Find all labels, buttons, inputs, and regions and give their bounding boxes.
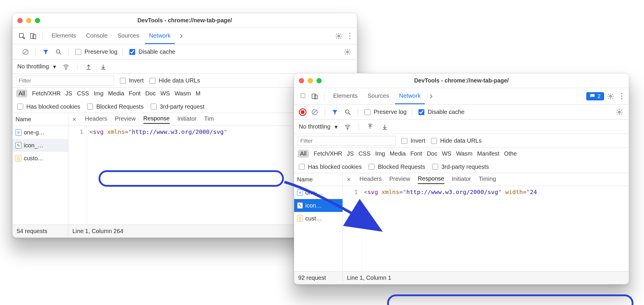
kebab-menu-icon[interactable]: ⋮ bbox=[617, 92, 626, 101]
disable-cache-checkbox[interactable]: Disable cache bbox=[128, 48, 175, 56]
tab-elements[interactable]: Elements bbox=[48, 28, 80, 44]
type-css[interactable]: CSS bbox=[77, 90, 89, 97]
search-icon[interactable] bbox=[54, 47, 63, 57]
request-row[interactable]: {} custo… bbox=[13, 152, 68, 165]
type-css[interactable]: CSS bbox=[358, 150, 370, 157]
close-detail-icon[interactable]: × bbox=[72, 116, 76, 123]
request-row[interactable]: ≡ one-… bbox=[294, 186, 343, 199]
tab-response[interactable]: Response bbox=[143, 115, 170, 124]
name-header[interactable]: Name bbox=[294, 173, 343, 186]
invert-checkbox[interactable]: Invert bbox=[400, 137, 425, 145]
invert-checkbox[interactable]: Invert bbox=[119, 77, 144, 85]
kebab-menu-icon[interactable]: ⋮ bbox=[345, 31, 355, 41]
device-toolbar-icon[interactable] bbox=[28, 31, 38, 41]
minimize-window[interactable] bbox=[26, 18, 31, 23]
tab-preview[interactable]: Preview bbox=[115, 115, 135, 123]
type-wasm[interactable]: Wasm bbox=[174, 90, 191, 97]
type-js[interactable]: JS bbox=[347, 150, 354, 157]
minimize-window[interactable] bbox=[308, 78, 313, 83]
disable-cache-checkbox[interactable]: Disable cache bbox=[417, 108, 465, 116]
request-row[interactable]: ✎ icon… bbox=[294, 199, 343, 212]
hide-data-urls-checkbox[interactable]: Hide data URLs bbox=[430, 137, 482, 145]
tab-initiator[interactable]: Initiator bbox=[177, 115, 197, 123]
wifi-icon[interactable] bbox=[61, 62, 71, 71]
close-detail-icon[interactable]: × bbox=[347, 176, 351, 183]
type-all[interactable]: All bbox=[16, 90, 27, 97]
settings-icon[interactable] bbox=[334, 31, 343, 41]
device-toolbar-icon[interactable] bbox=[310, 92, 319, 101]
throttling-select[interactable]: No throttling ▾ bbox=[17, 63, 56, 70]
download-icon[interactable] bbox=[99, 62, 108, 71]
type-wasm[interactable]: Wasm bbox=[456, 150, 472, 157]
filter-icon[interactable] bbox=[330, 107, 340, 117]
type-doc[interactable]: Doc bbox=[145, 90, 156, 97]
request-row[interactable]: ≡ one-g… bbox=[13, 126, 68, 139]
close-window[interactable] bbox=[17, 18, 23, 23]
tab-network[interactable]: Network bbox=[395, 88, 425, 104]
third-party-checkbox[interactable]: 3rd-party request bbox=[150, 103, 204, 110]
maximize-window[interactable] bbox=[316, 78, 322, 83]
filter-input[interactable] bbox=[16, 76, 114, 86]
name-header[interactable]: Name bbox=[13, 113, 68, 126]
tab-sources[interactable]: Sources bbox=[113, 28, 143, 44]
type-font[interactable]: Font bbox=[129, 90, 140, 97]
tab-timing[interactable]: Timing bbox=[479, 176, 496, 183]
search-icon[interactable] bbox=[343, 107, 352, 117]
issues-button[interactable]: 2 bbox=[586, 92, 604, 100]
settings-icon[interactable] bbox=[606, 92, 615, 101]
preserve-log-checkbox[interactable]: Preserve log bbox=[363, 108, 406, 116]
tab-network[interactable]: Network bbox=[145, 28, 174, 44]
maximize-window[interactable] bbox=[35, 18, 40, 23]
filter-input[interactable] bbox=[298, 136, 396, 146]
tab-headers[interactable]: Headers bbox=[85, 115, 107, 123]
tab-initiator[interactable]: Initiator bbox=[452, 176, 471, 183]
type-ws[interactable]: WS bbox=[160, 90, 170, 97]
type-other[interactable]: Othe bbox=[504, 150, 517, 157]
inspect-element-icon[interactable] bbox=[17, 31, 27, 41]
type-fetchxhr[interactable]: Fetch/XHR bbox=[32, 90, 61, 97]
type-doc[interactable]: Doc bbox=[427, 150, 437, 157]
tab-console[interactable]: Console bbox=[82, 28, 111, 44]
tab-preview[interactable]: Preview bbox=[389, 176, 410, 183]
tab-timing[interactable]: Tim bbox=[204, 115, 214, 123]
has-blocked-cookies-checkbox[interactable]: Has blocked cookies bbox=[298, 163, 362, 171]
type-font[interactable]: Font bbox=[410, 150, 422, 157]
download-icon[interactable] bbox=[380, 122, 389, 132]
blocked-requests-checkbox[interactable]: Blocked Requests bbox=[367, 163, 425, 171]
clear-icon[interactable] bbox=[310, 107, 319, 117]
request-row[interactable]: {} cust… bbox=[294, 212, 343, 225]
tab-sources[interactable]: Sources bbox=[363, 88, 393, 104]
type-ws[interactable]: WS bbox=[442, 150, 451, 157]
type-all[interactable]: All bbox=[298, 150, 309, 158]
type-manifest[interactable]: Manifest bbox=[477, 150, 499, 157]
record-button[interactable] bbox=[299, 108, 306, 116]
tab-response[interactable]: Response bbox=[418, 175, 444, 184]
network-settings-icon[interactable] bbox=[615, 107, 624, 117]
type-media[interactable]: Media bbox=[108, 90, 124, 97]
preserve-log-checkbox[interactable]: Preserve log bbox=[74, 48, 117, 56]
response-body[interactable]: 1 <svg xmlns="http://www.w3.org/2000/svg… bbox=[343, 186, 629, 271]
inspect-element-icon[interactable] bbox=[299, 92, 308, 101]
throttling-select[interactable]: No throttling ▾ bbox=[299, 123, 338, 130]
type-js[interactable]: JS bbox=[65, 90, 72, 97]
more-tabs-icon[interactable] bbox=[177, 31, 186, 41]
blocked-requests-checkbox[interactable]: Blocked Requests bbox=[86, 103, 143, 110]
hide-data-urls-checkbox[interactable]: Hide data URLs bbox=[148, 77, 200, 85]
network-settings-icon[interactable] bbox=[343, 47, 352, 57]
type-img[interactable]: Img bbox=[94, 90, 104, 97]
tab-elements[interactable]: Elements bbox=[329, 88, 362, 104]
more-tabs-icon[interactable] bbox=[426, 92, 436, 101]
type-media[interactable]: Media bbox=[390, 150, 406, 157]
has-blocked-cookies-checkbox[interactable]: Has blocked cookies bbox=[16, 103, 80, 110]
wifi-icon[interactable] bbox=[343, 122, 352, 132]
filter-icon[interactable] bbox=[41, 47, 50, 57]
type-img[interactable]: Img bbox=[375, 150, 385, 157]
request-row[interactable]: ✎ icon_… bbox=[13, 139, 68, 152]
type-fetchxhr[interactable]: Fetch/XHR bbox=[313, 150, 342, 157]
type-more[interactable]: M bbox=[196, 90, 201, 97]
upload-icon[interactable] bbox=[365, 122, 375, 132]
clear-icon[interactable] bbox=[21, 47, 30, 57]
upload-icon[interactable] bbox=[84, 62, 93, 71]
close-window[interactable] bbox=[299, 78, 304, 83]
tab-headers[interactable]: Headers bbox=[360, 176, 382, 183]
